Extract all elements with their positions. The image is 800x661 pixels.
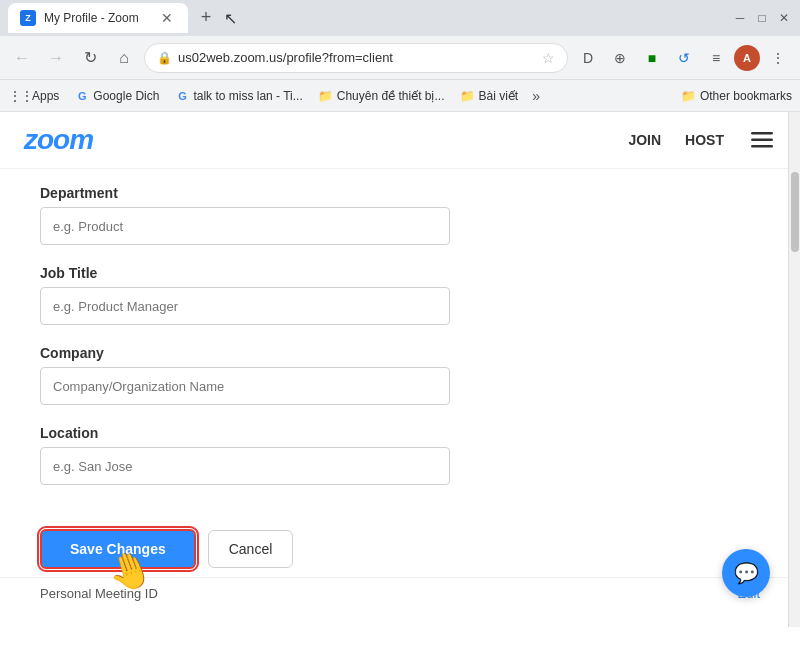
url-text: us02web.zoom.us/profile?from=client — [178, 50, 536, 65]
host-link[interactable]: HOST — [685, 132, 724, 148]
zoom-logo: zoom — [24, 124, 93, 156]
department-group: Department — [40, 185, 760, 245]
svg-rect-2 — [751, 145, 773, 148]
new-tab-button[interactable]: + — [192, 3, 220, 31]
bookmarks-bar: ⋮⋮ Apps G Google Dich G talk to miss lan… — [0, 80, 800, 112]
titlebar: Z My Profile - Zoom ✕ + ↖ ─ □ ✕ — [0, 0, 800, 36]
job-title-group: Job Title — [40, 265, 760, 325]
minimize-button[interactable]: ─ — [732, 10, 748, 26]
zoom-nav: JOIN HOST — [628, 126, 776, 154]
profile-avatar[interactable]: A — [734, 45, 760, 71]
bookmark-google-dich[interactable]: G Google Dich — [69, 87, 165, 105]
close-button[interactable]: ✕ — [776, 10, 792, 26]
folder-icon-1: 📁 — [319, 89, 333, 103]
scrollbar-thumb[interactable] — [791, 172, 799, 252]
page-wrapper: zoom JOIN HOST Department J — [0, 112, 800, 627]
bookmark-apps-label: Apps — [32, 89, 59, 103]
cursor: ↖ — [224, 9, 237, 28]
bookmark-other[interactable]: 📁 Other bookmarks — [682, 89, 792, 103]
department-label: Department — [40, 185, 760, 201]
extension-btn-4[interactable]: ↺ — [670, 44, 698, 72]
join-link[interactable]: JOIN — [628, 132, 661, 148]
maximize-button[interactable]: □ — [754, 10, 770, 26]
chat-icon: 💬 — [734, 561, 759, 585]
other-folder-icon: 📁 — [682, 89, 696, 103]
save-changes-button[interactable]: Save Changes — [40, 529, 196, 569]
address-bar: ← → ↻ ⌂ 🔒 us02web.zoom.us/profile?from=c… — [0, 36, 800, 80]
company-input[interactable] — [40, 367, 450, 405]
location-input[interactable] — [40, 447, 450, 485]
job-title-label: Job Title — [40, 265, 760, 281]
bookmark-talk[interactable]: G talk to miss lan - Ti... — [169, 87, 308, 105]
location-group: Location — [40, 425, 760, 485]
bookmark-star-icon: ☆ — [542, 50, 555, 66]
extension-btn-5[interactable]: ≡ — [702, 44, 730, 72]
department-input[interactable] — [40, 207, 450, 245]
job-title-input[interactable] — [40, 287, 450, 325]
bookmark-bai-viet[interactable]: 📁 Bài viết — [455, 87, 525, 105]
toolbar-icons: D ⊕ ■ ↺ ≡ A ⋮ — [574, 44, 792, 72]
tab-title: My Profile - Zoom — [44, 11, 139, 25]
personal-meeting-id-label: Personal Meeting ID — [40, 586, 158, 601]
other-bookmarks-label: Other bookmarks — [700, 89, 792, 103]
extension-btn-1[interactable]: D — [574, 44, 602, 72]
bookmark-google-dich-label: Google Dich — [93, 89, 159, 103]
personal-meeting-section: Personal Meeting ID Edit — [0, 577, 800, 609]
apps-grid-icon: ⋮⋮ — [14, 89, 28, 103]
lock-icon: 🔒 — [157, 51, 172, 65]
cancel-button[interactable]: Cancel — [208, 530, 294, 568]
location-label: Location — [40, 425, 760, 441]
zoom-header: zoom JOIN HOST — [0, 112, 800, 169]
extension-btn-2[interactable]: ⊕ — [606, 44, 634, 72]
menu-button[interactable]: ⋮ — [764, 44, 792, 72]
home-button[interactable]: ⌂ — [110, 44, 138, 72]
profile-form: Department Job Title Company Location — [0, 169, 800, 521]
bookmark-chuyen-de[interactable]: 📁 Chuyên đề thiết bị... — [313, 87, 451, 105]
page-content: zoom JOIN HOST Department J — [0, 112, 800, 627]
folder-icon-2: 📁 — [461, 89, 475, 103]
bookmark-bai-viet-label: Bài viết — [479, 89, 519, 103]
bookmark-chuyen-de-label: Chuyên đề thiết bị... — [337, 89, 445, 103]
company-label: Company — [40, 345, 760, 361]
svg-rect-1 — [751, 139, 773, 142]
extension-btn-3[interactable]: ■ — [638, 44, 666, 72]
back-button[interactable]: ← — [8, 44, 36, 72]
tab-favicon: Z — [20, 10, 36, 26]
address-input[interactable]: 🔒 us02web.zoom.us/profile?from=client ☆ — [144, 43, 568, 73]
forward-button[interactable]: → — [42, 44, 70, 72]
form-buttons: Save Changes Cancel 🤚 — [0, 521, 800, 577]
chat-button[interactable]: 💬 — [722, 549, 770, 597]
talk-icon: G — [175, 89, 189, 103]
window-controls: ─ □ ✕ — [732, 10, 792, 26]
scrollbar-track[interactable] — [788, 112, 800, 627]
svg-rect-0 — [751, 132, 773, 135]
company-group: Company — [40, 345, 760, 405]
hamburger-menu-icon[interactable] — [748, 126, 776, 154]
refresh-button[interactable]: ↻ — [76, 44, 104, 72]
bookmark-apps[interactable]: ⋮⋮ Apps — [8, 87, 65, 105]
active-tab[interactable]: Z My Profile - Zoom ✕ — [8, 3, 188, 33]
bookmark-talk-label: talk to miss lan - Ti... — [193, 89, 302, 103]
tab-close-btn[interactable]: ✕ — [158, 9, 176, 27]
bookmarks-more-button[interactable]: » — [528, 86, 544, 106]
google-dich-icon: G — [75, 89, 89, 103]
